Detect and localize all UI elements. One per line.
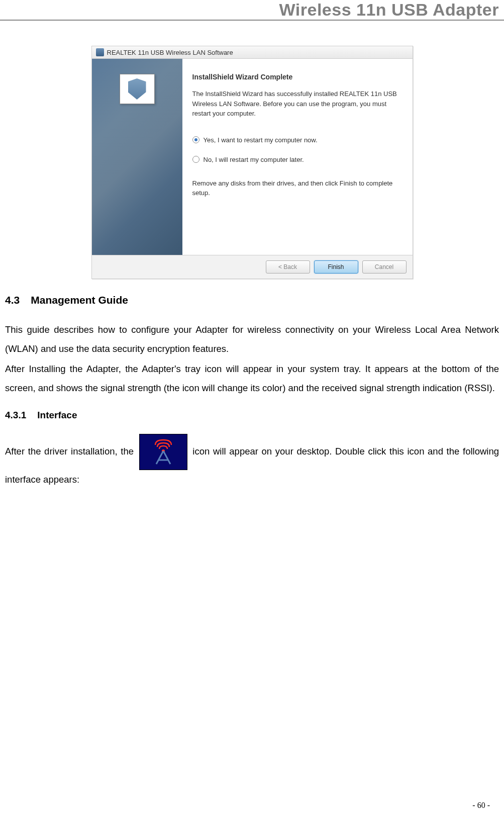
shield-arrow-icon [144, 94, 150, 101]
interface-paragraph: After the driver installation, the icon … [5, 434, 499, 489]
antenna-icon [148, 438, 178, 466]
header-title: Wireless 11n USB Adapter [279, 0, 499, 19]
radio-restart-now[interactable]: Yes, I want to restart my computer now. [192, 136, 397, 144]
finish-button[interactable]: Finish [314, 260, 358, 274]
dialog-sidebar [92, 59, 182, 255]
shield-icon-box [120, 74, 155, 104]
dialog-button-bar: < Back Finish Cancel [92, 255, 413, 279]
section-title: Management Guide [31, 294, 128, 306]
page-header: Wireless 11n USB Adapter [0, 0, 504, 21]
subsection-number: 4.3.1 [5, 410, 26, 420]
section-4-3-para2: After Installing the Adapter, the Adapte… [5, 359, 499, 398]
app-icon [96, 48, 104, 56]
titlebar-text: REALTEK 11n USB Wireless LAN Software [107, 49, 233, 56]
text-before-icon: After the driver installation, the [5, 446, 137, 457]
install-dialog: REALTEK 11n USB Wireless LAN Software In… [91, 46, 413, 279]
desktop-app-icon [139, 434, 187, 470]
wizard-title: InstallShield Wizard Complete [192, 73, 397, 81]
section-number: 4.3 [5, 294, 20, 306]
radio-unselected-icon [192, 156, 199, 163]
radio-yes-label: Yes, I want to restart my computer now. [204, 136, 318, 144]
section-4-3-heading: 4.3Management Guide [5, 294, 499, 306]
radio-selected-icon [192, 136, 199, 143]
dialog-body: InstallShield Wizard Complete The Instal… [92, 59, 413, 255]
back-button[interactable]: < Back [266, 260, 310, 274]
dialog-titlebar: REALTEK 11n USB Wireless LAN Software [92, 46, 413, 59]
page-number: - 60 - [472, 801, 490, 810]
document-content: 4.3Management Guide This guide describes… [0, 294, 504, 489]
section-4-3-para1: This guide describes how to configure yo… [5, 320, 499, 358]
section-4-3-1-heading: 4.3.1Interface [5, 410, 499, 421]
wizard-description: The InstallShield Wizard has successfull… [192, 89, 397, 119]
radio-no-label: No, I will restart my computer later. [204, 156, 304, 163]
subsection-title: Interface [37, 410, 77, 420]
radio-restart-later[interactable]: No, I will restart my computer later. [192, 156, 397, 163]
dialog-content: InstallShield Wizard Complete The Instal… [182, 59, 413, 255]
remove-disks-note: Remove any disks from their drives, and … [192, 178, 397, 198]
shield-icon [128, 78, 146, 100]
cancel-button[interactable]: Cancel [362, 260, 407, 274]
